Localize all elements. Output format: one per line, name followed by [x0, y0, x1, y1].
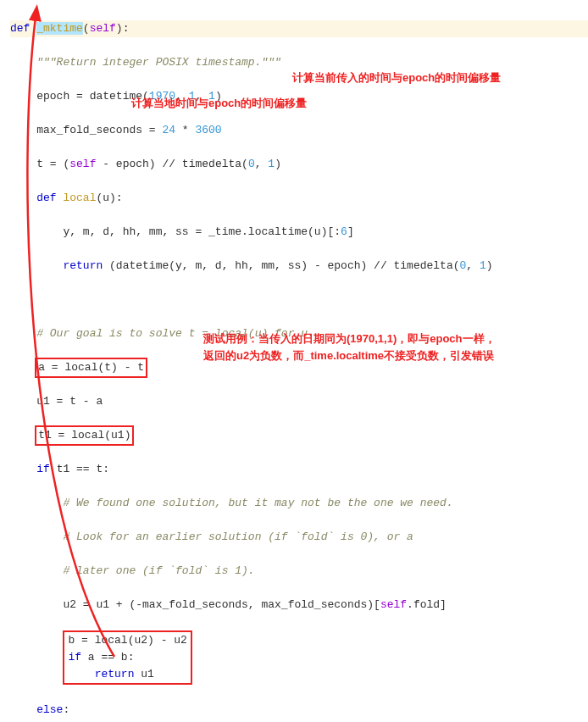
red-box-t1: t1 = local(u1) [35, 425, 134, 446]
annotation-1: 计算当前传入的时间与epoch的时间偏移量 [292, 69, 501, 86]
annotation-3: 测试用例：当传入的日期同为(1970,1,1)，即与epoch一样， 返回的u2… [203, 330, 559, 364]
annotation-2: 计算当地时间与epoch的时间偏移量 [131, 95, 307, 112]
mktime-name-highlight: _mktime [36, 22, 83, 35]
red-box-inner: b = local(u2) - u2if a == b: return u1 [63, 630, 191, 685]
red-box-a: a = local(t) - t [35, 358, 147, 378]
line-def-mktime: def _mktime(self): [10, 20, 588, 37]
